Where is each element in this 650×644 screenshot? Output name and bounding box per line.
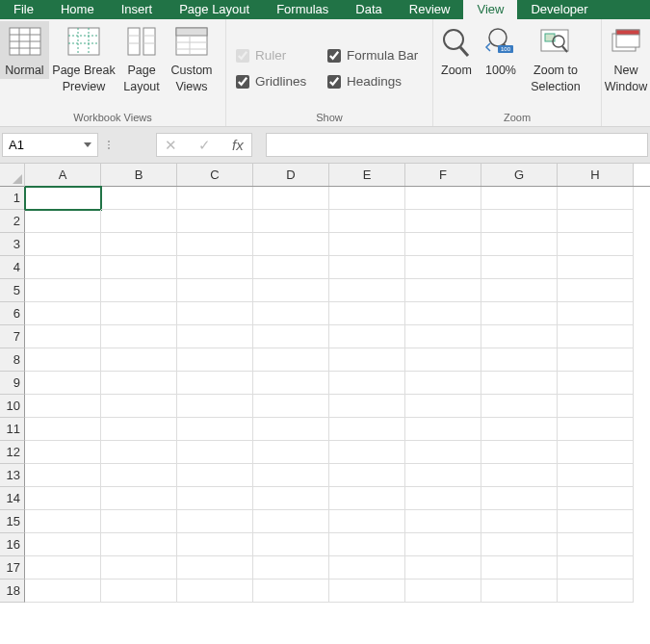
row-header-1[interactable]: 1 [0, 187, 25, 210]
cell-F14[interactable] [405, 487, 481, 510]
cell-A3[interactable] [25, 233, 101, 256]
column-header-F[interactable]: F [405, 164, 481, 186]
cell-E12[interactable] [329, 441, 405, 464]
cell-B17[interactable] [101, 556, 177, 580]
cell-H12[interactable] [558, 441, 634, 464]
cell-C17[interactable] [177, 556, 253, 580]
cell-H7[interactable] [558, 325, 634, 348]
cell-A16[interactable] [25, 533, 101, 556]
row-header-18[interactable]: 18 [0, 580, 25, 603]
cell-A7[interactable] [25, 325, 101, 348]
cell-A6[interactable] [25, 302, 101, 325]
cell-E18[interactable] [329, 580, 405, 603]
cell-B9[interactable] [101, 372, 177, 395]
name-box[interactable] [2, 133, 98, 157]
cell-F16[interactable] [405, 533, 481, 556]
cell-H5[interactable] [558, 279, 634, 302]
cell-G6[interactable] [481, 302, 558, 325]
cell-H14[interactable] [558, 487, 634, 510]
ruler-checkbox-input[interactable] [236, 49, 249, 63]
row-header-6[interactable]: 6 [0, 302, 25, 325]
cell-F15[interactable] [405, 510, 481, 533]
row-header-11[interactable]: 11 [0, 418, 25, 441]
menu-tab-formulas[interactable]: Formulas [263, 0, 342, 19]
cell-A17[interactable] [25, 556, 101, 580]
cell-E6[interactable] [329, 302, 405, 325]
cell-D16[interactable] [253, 533, 329, 556]
column-header-D[interactable]: D [253, 164, 329, 186]
cell-C10[interactable] [177, 395, 253, 418]
cell-G15[interactable] [481, 510, 558, 533]
gridlines-checkbox[interactable]: Gridlines [226, 68, 318, 94]
cell-D11[interactable] [253, 418, 329, 441]
zoom-to-selection-button[interactable]: Zoom to Selection [522, 21, 589, 95]
row-header-15[interactable]: 15 [0, 510, 25, 533]
menu-tab-file[interactable]: File [0, 0, 47, 19]
menu-tab-developer[interactable]: Developer [517, 0, 601, 19]
cell-E9[interactable] [329, 372, 405, 395]
cell-D2[interactable] [253, 210, 329, 233]
cell-E7[interactable] [329, 325, 405, 348]
row-header-16[interactable]: 16 [0, 533, 25, 556]
name-box-dropdown-icon[interactable] [84, 142, 91, 147]
zoom-button[interactable]: Zoom [433, 21, 480, 79]
row-header-5[interactable]: 5 [0, 279, 25, 302]
cell-C11[interactable] [177, 418, 253, 441]
cell-D5[interactable] [253, 279, 329, 302]
row-header-3[interactable]: 3 [0, 233, 25, 256]
cell-E16[interactable] [329, 533, 405, 556]
cell-H10[interactable] [558, 395, 634, 418]
cell-E17[interactable] [329, 556, 405, 580]
cell-G12[interactable] [481, 441, 558, 464]
cell-B10[interactable] [101, 395, 177, 418]
cell-F13[interactable] [405, 464, 481, 487]
cell-H9[interactable] [558, 372, 634, 395]
menu-tab-home[interactable]: Home [47, 0, 108, 19]
cell-E15[interactable] [329, 510, 405, 533]
cell-B8[interactable] [101, 348, 177, 372]
cell-C6[interactable] [177, 302, 253, 325]
cell-A15[interactable] [25, 510, 101, 533]
cell-B3[interactable] [101, 233, 177, 256]
cancel-icon[interactable]: ✕ [165, 137, 177, 154]
cell-B12[interactable] [101, 441, 177, 464]
headings-checkbox[interactable]: Headings [318, 68, 411, 94]
page-break-preview-button[interactable]: Page Break Preview [49, 21, 118, 95]
cell-E1[interactable] [329, 187, 405, 210]
row-header-8[interactable]: 8 [0, 348, 25, 372]
column-header-E[interactable]: E [329, 164, 405, 186]
row-header-14[interactable]: 14 [0, 487, 25, 510]
cell-D17[interactable] [253, 556, 329, 580]
cell-C2[interactable] [177, 210, 253, 233]
cell-E14[interactable] [329, 487, 405, 510]
cell-H3[interactable] [558, 233, 634, 256]
menu-tab-page-layout[interactable]: Page Layout [166, 0, 263, 19]
cell-F6[interactable] [405, 302, 481, 325]
cell-G4[interactable] [481, 256, 558, 279]
cell-D18[interactable] [253, 580, 329, 603]
row-header-10[interactable]: 10 [0, 395, 25, 418]
cell-G17[interactable] [481, 556, 558, 580]
cell-A1[interactable] [25, 187, 101, 210]
formula-input[interactable] [267, 138, 647, 152]
cell-A12[interactable] [25, 441, 101, 464]
fx-icon[interactable]: fx [232, 137, 244, 153]
cell-G5[interactable] [481, 279, 558, 302]
cell-F11[interactable] [405, 418, 481, 441]
cell-H6[interactable] [558, 302, 634, 325]
cell-E3[interactable] [329, 233, 405, 256]
cell-F7[interactable] [405, 325, 481, 348]
zoom-100-button[interactable]: 100 100% [480, 21, 522, 79]
column-header-C[interactable]: C [177, 164, 253, 186]
cell-F17[interactable] [405, 556, 481, 580]
cell-A4[interactable] [25, 256, 101, 279]
cell-B5[interactable] [101, 279, 177, 302]
row-header-13[interactable]: 13 [0, 464, 25, 487]
formula-input-wrap[interactable] [266, 133, 648, 157]
cell-H4[interactable] [558, 256, 634, 279]
cell-D12[interactable] [253, 441, 329, 464]
cell-F5[interactable] [405, 279, 481, 302]
enter-icon[interactable]: ✓ [198, 137, 211, 154]
cell-C13[interactable] [177, 464, 253, 487]
cell-H13[interactable] [558, 464, 634, 487]
